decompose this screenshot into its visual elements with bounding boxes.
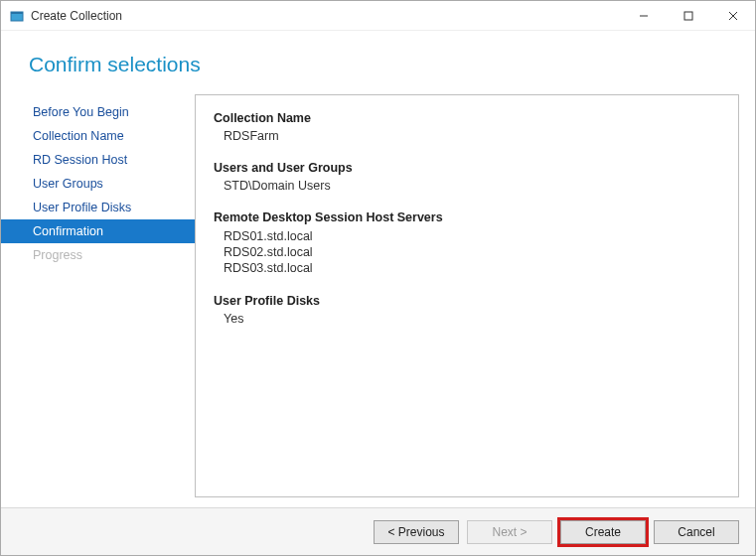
wizard-window: Create Collection Confirm selections Bef… xyxy=(0,0,756,556)
svg-rect-3 xyxy=(684,12,692,20)
collection-name-value: RDSFarm xyxy=(214,125,720,159)
cancel-button[interactable]: Cancel xyxy=(654,520,739,544)
host-item: RDS02.std.local xyxy=(224,244,720,260)
svg-rect-1 xyxy=(11,12,23,14)
hosts-label: Remote Desktop Session Host Servers xyxy=(214,210,720,224)
wizard-steps: Before You Begin Collection Name RD Sess… xyxy=(1,94,195,507)
step-collection-name[interactable]: Collection Name xyxy=(1,124,195,148)
wizard-footer: < Previous Next > Create Cancel xyxy=(1,507,755,555)
wizard-body: Before You Begin Collection Name RD Sess… xyxy=(1,94,755,507)
app-icon xyxy=(9,8,25,24)
step-rd-session-host[interactable]: RD Session Host xyxy=(1,148,195,172)
host-item: RDS03.std.local xyxy=(224,260,720,276)
page-heading: Confirm selections xyxy=(1,31,755,94)
users-value: STD\Domain Users xyxy=(214,175,720,208)
next-button: Next > xyxy=(467,520,552,544)
upd-label: User Profile Disks xyxy=(214,294,720,308)
create-button[interactable]: Create xyxy=(560,520,646,544)
hosts-list: RDS01.std.local RDS02.std.local RDS03.st… xyxy=(214,224,720,292)
window-title: Create Collection xyxy=(31,9,122,23)
host-item: RDS01.std.local xyxy=(224,228,720,244)
maximize-button[interactable] xyxy=(666,1,710,31)
summary-panel: Collection Name RDSFarm Users and User G… xyxy=(195,94,739,497)
step-user-profile-disks[interactable]: User Profile Disks xyxy=(1,196,195,219)
titlebar: Create Collection xyxy=(1,1,755,31)
step-user-groups[interactable]: User Groups xyxy=(1,172,195,196)
users-label: Users and User Groups xyxy=(214,161,720,175)
previous-button[interactable]: < Previous xyxy=(374,520,459,544)
collection-name-label: Collection Name xyxy=(214,111,720,125)
step-before-you-begin[interactable]: Before You Begin xyxy=(1,100,195,124)
minimize-button[interactable] xyxy=(621,1,666,31)
upd-value: Yes xyxy=(214,308,720,342)
step-progress: Progress xyxy=(1,243,195,267)
step-confirmation[interactable]: Confirmation xyxy=(1,219,195,243)
close-button[interactable] xyxy=(710,1,755,31)
